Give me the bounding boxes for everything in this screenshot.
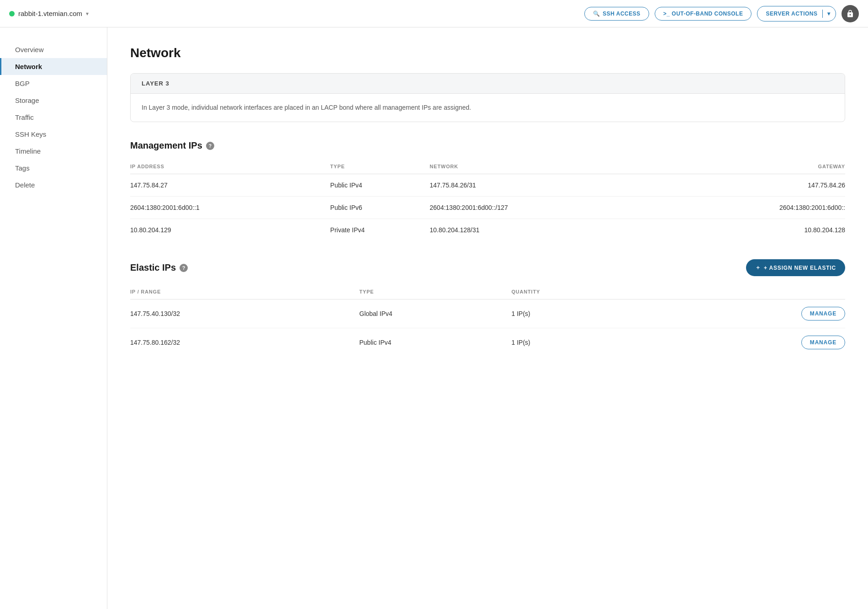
lock-button[interactable] <box>842 5 859 22</box>
network-cell: 2604:1380:2001:6d00::/127 <box>430 197 656 219</box>
assign-icon: ＋ <box>755 264 761 272</box>
layer3-card: LAYER 3 In Layer 3 mode, individual netw… <box>130 73 845 122</box>
gateway-cell: 147.75.84.26 <box>656 174 845 197</box>
col-ip-address: IP ADDRESS <box>130 159 330 174</box>
layer3-header: LAYER 3 <box>131 74 845 94</box>
layout: OverviewNetworkBGPStorageTrafficSSH Keys… <box>0 27 868 609</box>
gateway-cell: 10.80.204.128 <box>656 219 845 241</box>
col-gateway: GATEWAY <box>656 159 845 174</box>
elastic-ips-section: Elastic IPs ? ＋ + ASSIGN NEW ELASTIC IP … <box>130 259 845 357</box>
oob-console-label: >_ OUT-OF-BAND CONSOLE <box>663 11 743 17</box>
server-name[interactable]: rabbit-1.vtemian.com <box>18 10 82 17</box>
lock-icon <box>846 10 854 18</box>
topbar-left: rabbit-1.vtemian.com ▾ <box>9 10 89 17</box>
topbar-right: 🔍 SSH ACCESS >_ OUT-OF-BAND CONSOLE SERV… <box>584 5 859 22</box>
sidebar-item-timeline[interactable]: Timeline <box>0 143 107 160</box>
layer3-description: In Layer 3 mode, individual network inte… <box>131 94 845 122</box>
assign-label: + ASSIGN NEW ELASTIC <box>764 265 836 271</box>
col-ip-range: IP / RANGE <box>130 284 360 299</box>
type-cell: Public IPv6 <box>330 197 430 219</box>
table-row: 10.80.204.129 Private IPv4 10.80.204.128… <box>130 219 845 241</box>
server-actions-button[interactable]: SERVER ACTIONS ▾ <box>757 6 836 21</box>
elastic-ips-table: IP / RANGE TYPE QUANTITY 147.75.40.130/3… <box>130 284 845 357</box>
sidebar-item-tags[interactable]: Tags <box>0 160 107 176</box>
manage-button[interactable]: MANAGE <box>801 307 845 321</box>
col-quantity: QUANTITY <box>512 284 643 299</box>
assign-new-elastic-button[interactable]: ＋ + ASSIGN NEW ELASTIC <box>746 259 845 276</box>
server-dropdown-chevron[interactable]: ▾ <box>86 11 89 17</box>
sidebar-item-delete[interactable]: Delete <box>0 176 107 193</box>
main-content: Network LAYER 3 In Layer 3 mode, individ… <box>107 27 868 609</box>
sidebar-item-ssh-keys[interactable]: SSH Keys <box>0 126 107 143</box>
ip-range-cell: 147.75.80.162/32 <box>130 328 360 357</box>
type-cell: Private IPv4 <box>330 219 430 241</box>
elastic-ips-help-icon[interactable]: ? <box>180 264 188 272</box>
col-elastic-type: TYPE <box>360 284 512 299</box>
server-actions-divider <box>822 10 823 18</box>
management-ips-table: IP ADDRESS TYPE NETWORK GATEWAY 147.75.8… <box>130 159 845 241</box>
management-ips-help-icon[interactable]: ? <box>206 142 214 150</box>
server-actions-label: SERVER ACTIONS <box>766 11 817 17</box>
server-status-dot <box>9 11 15 16</box>
network-cell: 147.75.84.26/31 <box>430 174 656 197</box>
sidebar: OverviewNetworkBGPStorageTrafficSSH Keys… <box>0 27 107 609</box>
manage-button[interactable]: MANAGE <box>801 336 845 349</box>
sidebar-item-network[interactable]: Network <box>0 58 107 75</box>
management-ips-header: Management IPs ? <box>130 140 845 151</box>
table-row: 2604:1380:2001:6d00::1 Public IPv6 2604:… <box>130 197 845 219</box>
ssh-access-label: SSH ACCESS <box>603 11 640 17</box>
ip-address-cell: 147.75.84.27 <box>130 174 330 197</box>
col-type: TYPE <box>330 159 430 174</box>
page-title: Network <box>130 46 845 60</box>
elastic-type-cell: Global IPv4 <box>360 299 512 328</box>
oob-console-button[interactable]: >_ OUT-OF-BAND CONSOLE <box>655 7 752 21</box>
topbar: rabbit-1.vtemian.com ▾ 🔍 SSH ACCESS >_ O… <box>0 0 868 27</box>
ip-range-cell: 147.75.40.130/32 <box>130 299 360 328</box>
management-ips-section: Management IPs ? IP ADDRESS TYPE NETWORK… <box>130 140 845 241</box>
ssh-icon: 🔍 <box>593 11 600 17</box>
ip-address-cell: 2604:1380:2001:6d00::1 <box>130 197 330 219</box>
elastic-ips-header: Elastic IPs ? ＋ + ASSIGN NEW ELASTIC <box>130 259 845 276</box>
ssh-access-button[interactable]: 🔍 SSH ACCESS <box>584 7 649 21</box>
table-row: 147.75.40.130/32 Global IPv4 1 IP(s) MAN… <box>130 299 845 328</box>
sidebar-item-storage[interactable]: Storage <box>0 92 107 109</box>
ip-address-cell: 10.80.204.129 <box>130 219 330 241</box>
network-cell: 10.80.204.128/31 <box>430 219 656 241</box>
sidebar-item-bgp[interactable]: BGP <box>0 75 107 92</box>
manage-cell: MANAGE <box>643 328 845 357</box>
gateway-cell: 2604:1380:2001:6d00:: <box>656 197 845 219</box>
sidebar-item-traffic[interactable]: Traffic <box>0 109 107 126</box>
table-row: 147.75.80.162/32 Public IPv4 1 IP(s) MAN… <box>130 328 845 357</box>
server-actions-chevron-icon: ▾ <box>827 11 831 17</box>
quantity-cell: 1 IP(s) <box>512 328 643 357</box>
elastic-ips-title: Elastic IPs ? <box>130 262 188 273</box>
management-ips-title: Management IPs ? <box>130 140 214 151</box>
type-cell: Public IPv4 <box>330 174 430 197</box>
sidebar-item-overview[interactable]: Overview <box>0 41 107 58</box>
elastic-type-cell: Public IPv4 <box>360 328 512 357</box>
table-row: 147.75.84.27 Public IPv4 147.75.84.26/31… <box>130 174 845 197</box>
manage-cell: MANAGE <box>643 299 845 328</box>
col-network: NETWORK <box>430 159 656 174</box>
quantity-cell: 1 IP(s) <box>512 299 643 328</box>
